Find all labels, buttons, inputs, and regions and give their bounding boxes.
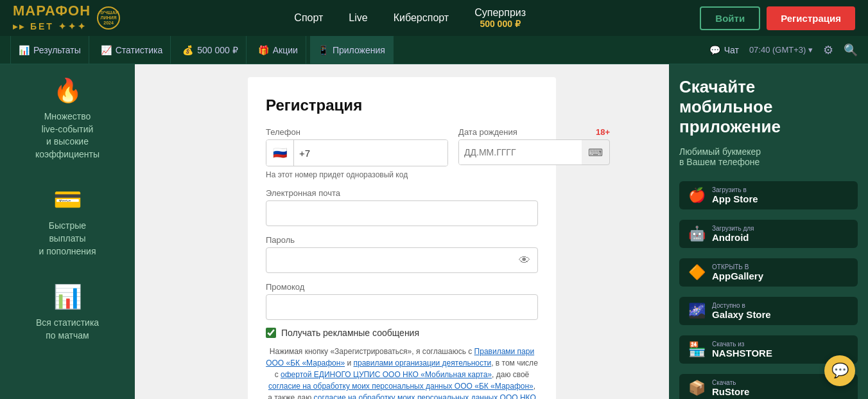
results-label: Результаты [33,45,81,55]
chat-bubble[interactable]: 💬 [824,355,855,386]
galaxystore-button[interactable]: 🌌 Доступно в Galaxy Store [679,297,858,325]
prize-label: 500 000 ₽ [197,45,238,55]
appgallery-icon: 🔶 [688,264,706,281]
phone-input-wrapper: 🇷🇺 +7 [266,139,448,166]
phone-input[interactable] [315,140,447,166]
password-wrapper: 👁 [266,247,538,273]
appstore-button[interactable]: 🍎 Загрузить в App Store [679,181,858,209]
password-label: Пароль [266,235,538,245]
rustore-icon: 📦 [688,380,706,396]
dob-label-row: Дата рождения 18+ [458,127,610,137]
apps-icon: 📱 [318,45,329,55]
download-title: Скачайтемобильноеприложение [679,77,858,137]
password-group: Пароль 👁 [266,235,538,273]
promo-checkbox-label: Получать рекламные сообщения [281,328,419,338]
sidebar-feature-stats-text: Вся статистикапо матчам [36,317,99,342]
android-button[interactable]: 🤖 Загрузить для Android [679,220,858,248]
superprize-amount: 500 000 ₽ [474,19,526,29]
age-badge: 18+ [596,127,610,137]
logo-text-bet: ▸▸ БЕТ ✦✦✦ [13,21,87,31]
logo-area: МАРАФОН ▸▸ БЕТ ✦✦✦ ЛУЧШАЯЛИНИЯ2024 [13,4,120,32]
sidebar-feature-live: 🔥 Множествоlive-событийи высокиекоэффици… [10,77,125,161]
appstore-name: App Store [712,193,758,204]
chat-label: Чат [724,45,739,55]
right-sidebar: Скачайтемобильноеприложение Любимый букм… [669,64,868,399]
nashstore-sub: Скачать из [712,341,772,348]
top-navigation: МАРАФОН ▸▸ БЕТ ✦✦✦ ЛУЧШАЯЛИНИЯ2024 Спорт… [0,0,868,36]
award-badge: ЛУЧШАЯЛИНИЯ2024 [97,6,120,30]
email-input[interactable] [266,200,538,226]
chat-bubble-icon: 💬 [831,362,849,379]
galaxystore-sub: Доступно в [712,302,771,309]
superprize-block[interactable]: Суперприз 500 000 ₽ [474,7,526,29]
nashstore-name: NASHSTORE [712,348,772,359]
left-sidebar: 🔥 Множествоlive-событийи высокиекоэффици… [0,64,135,399]
phone-hint: На этот номер придет одноразовый код [266,170,448,179]
nashstore-icon: 🏪 [688,341,706,358]
chart-icon: 📊 [53,283,82,310]
promo-input[interactable] [266,294,538,320]
nav-sport[interactable]: Спорт [294,12,323,24]
android-icon: 🤖 [688,226,706,242]
phone-dob-row: Телефон 🇷🇺 +7 На этот номер придет однор… [266,127,538,179]
superprize-label: Суперприз [474,7,526,19]
results-icon: 📊 [19,45,30,55]
sec-nav-right: 💬 Чат 07:40 (GMT+3) ▾ ⚙ 🔍 [709,43,858,57]
eye-icon[interactable]: 👁 [519,254,530,267]
chat-icon: 💬 [709,45,720,55]
promos-icon: 🎁 [258,45,269,55]
center-content: Регистрация Телефон 🇷🇺 +7 На этот номер … [135,64,669,399]
dob-label: Дата рождения [458,127,517,137]
form-title: Регистрация [266,96,538,114]
sec-nav-prize[interactable]: 💰 500 000 ₽ [175,36,247,64]
login-button[interactable]: Войти [700,6,760,30]
galaxy-icon: 🌌 [688,303,706,319]
award-text: ЛУЧШАЯЛИНИЯ2024 [98,10,118,25]
promo-checkbox[interactable] [266,328,276,338]
prize-icon: 💰 [182,45,193,55]
consent-link-4[interactable]: согласие на обработку моих персональных … [268,382,534,391]
apple-icon: 🍎 [688,187,706,204]
rustore-name: RuStore [712,386,749,397]
main-nav-links: Спорт Live Киберспорт Суперприз 500 000 … [294,7,526,29]
sidebar-feature-stats: 📊 Вся статистикапо матчам [10,283,125,342]
sidebar-feature-payments: 💳 Быстрыевыплатыи пополнения [10,186,125,258]
consent-link-5[interactable]: согласие на обработку моих персональных … [314,393,536,399]
sec-nav-left: 📊 Результаты 📈 Статистика 💰 500 000 ₽ 🎁 … [10,36,394,64]
search-button[interactable]: 🔍 [844,43,858,57]
apps-label: Приложения [333,45,385,55]
phone-flag: 🇷🇺 [266,140,294,166]
wallet-icon: 💳 [53,186,82,213]
dob-input[interactable] [459,139,582,165]
logo: МАРАФОН ▸▸ БЕТ ✦✦✦ [13,4,91,32]
consent-text: Нажимая кнопку «Зарегистрироваться», я с… [266,346,538,399]
settings-button[interactable]: ⚙ [823,43,833,57]
consent-link-3[interactable]: офертой ЕДИНОГО ЦУПИС ООО НКО «Мобильная… [281,370,492,379]
sec-nav-apps[interactable]: 📱 Приложения [310,36,394,64]
nav-esport[interactable]: Киберспорт [394,12,449,24]
promos-label: Акции [273,45,298,55]
sec-nav-statistics[interactable]: 📈 Статистика [93,36,171,64]
statistics-icon: 📈 [101,45,112,55]
chat-button[interactable]: 💬 Чат [709,45,739,55]
phone-group: Телефон 🇷🇺 +7 На этот номер придет однор… [266,127,448,179]
nav-live[interactable]: Live [349,12,367,24]
phone-prefix: +7 [294,140,315,166]
download-subtitle: Любимый букмекерв Вашем телефоне [679,146,858,167]
fire-icon: 🔥 [53,77,82,104]
galaxystore-name: Galaxy Store [712,309,771,320]
consent-link-2[interactable]: правилами организации деятельности [353,359,491,368]
main-layout: 🔥 Множествоlive-событийи высокиекоэффици… [0,64,868,399]
sec-nav-results[interactable]: 📊 Результаты [10,36,89,64]
password-input[interactable] [266,247,538,273]
promo-label: Промокод [266,282,538,292]
appstore-sub: Загрузить в [712,186,758,193]
dob-input-wrapper: ⌨ [458,139,610,165]
calendar-icon: ⌨ [582,146,609,159]
logo-text-marathon: МАРАФОН [13,3,91,19]
phone-label: Телефон [266,127,448,137]
android-name: Android [712,232,754,243]
sec-nav-promos[interactable]: 🎁 Акции [250,36,306,64]
appgallery-button[interactable]: 🔶 ОТКРЫТЬ В AppGallery [679,258,858,287]
register-button[interactable]: Регистрация [767,6,855,30]
